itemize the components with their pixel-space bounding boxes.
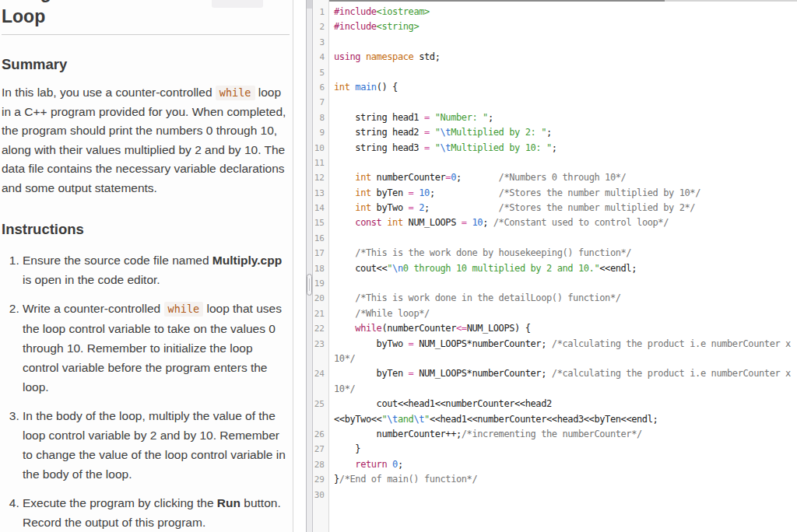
code-text: using namespace std;: [329, 50, 441, 65]
lab-title-line1: Using a While: [2, 0, 119, 2]
code-line: 29}/*End of main() function*/: [313, 472, 797, 487]
code-line: 4using namespace std;: [313, 50, 797, 65]
code-text: /*This is the work done by housekeeping(…: [329, 246, 631, 261]
code-text: int byTen = 10; /*Stores the number mult…: [329, 186, 700, 201]
lab-title-header: Using a WhileLoop: [2, 0, 290, 35]
line-number: 25: [313, 397, 329, 411]
lab-title-line2: Loop: [2, 6, 45, 26]
code-text: }: [329, 442, 360, 457]
line-number: 4: [313, 50, 329, 65]
code-text: byTen = NUM_LOOPS*numberCounter; /*calcu…: [329, 366, 791, 381]
line-number: 14: [313, 201, 329, 215]
code-line: 17 /*This is the work done by housekeepi…: [313, 246, 797, 261]
line-number: 5: [313, 65, 329, 80]
code-line: 10*/: [313, 352, 797, 366]
line-number: 17: [313, 246, 329, 261]
code-text: [329, 231, 339, 246]
summary-heading: Summary: [2, 56, 290, 73]
code-text: [329, 95, 339, 110]
code-line: 13 int byTen = 10; /*Stores the number m…: [313, 186, 797, 201]
line-number: 13: [313, 186, 329, 201]
code-line: 23 byTwo = NUM_LOOPS*numberCounter; /*ca…: [313, 337, 797, 352]
line-number: 18: [313, 261, 329, 276]
line-number: 21: [313, 306, 329, 321]
line-number: 8: [313, 110, 329, 125]
code-text: const int NUM_LOOPS = 10; /*Constant use…: [329, 215, 669, 230]
code-line: 5: [313, 65, 797, 80]
code-line: 2#include<string>: [313, 19, 797, 34]
code-text: int main() {: [329, 80, 398, 95]
code-text: string head1 = "Number: ";: [329, 110, 493, 125]
line-number: 23: [313, 337, 329, 352]
panel-splitter[interactable]: [306, 0, 313, 532]
line-number: 11: [313, 156, 329, 170]
bold-text: Run: [217, 496, 241, 509]
panel-gap: [293, 0, 306, 532]
code-line: 10*/: [313, 382, 797, 397]
code-text: return 0;: [329, 457, 403, 472]
line-number: 26: [313, 427, 329, 442]
code-line: 15 const int NUM_LOOPS = 10; /*Constant …: [313, 215, 797, 230]
line-number: 1: [313, 5, 329, 19]
code-line: 30: [313, 488, 797, 502]
code-text: string head3 = "\tMultiplied by 10: ";: [329, 141, 557, 156]
line-number: 9: [313, 125, 329, 140]
code-text: <<byTwo<<"\tand\t"<<head1<<numberCounter…: [329, 412, 658, 427]
code-text: int numberCounter=0; /*Numbers 0 through…: [329, 170, 626, 185]
instruction-item: Execute the program by clicking the Run …: [23, 493, 290, 532]
code-text: 10*/: [329, 382, 355, 397]
code-line: 20 /*This is work done in the detailLoop…: [313, 291, 797, 306]
inline-code: while: [164, 302, 204, 317]
line-number: 12: [313, 170, 329, 185]
code-text: #include<iostream>: [329, 5, 430, 19]
line-number: 30: [313, 488, 329, 502]
line-number: 10: [313, 141, 329, 156]
line-number: 15: [313, 215, 329, 230]
code-text: numberCounter++;/*incrementing the numbe…: [329, 427, 642, 442]
splitter-top-cap: [307, 0, 312, 9]
line-number: 22: [313, 321, 329, 336]
line-number: 3: [313, 35, 329, 50]
code-line: 26 numberCounter++;/*incrementing the nu…: [313, 427, 797, 442]
code-line: 24 byTen = NUM_LOOPS*numberCounter; /*ca…: [313, 366, 797, 381]
code-lines: 1#include<iostream>2#include<string>3 4u…: [313, 5, 797, 502]
bold-text: Multiply.cpp: [212, 254, 282, 267]
code-line: 1#include<iostream>: [313, 5, 797, 19]
code-editor[interactable]: 1#include<iostream>2#include<string>3 4u…: [313, 0, 797, 532]
code-text: /*This is work done in the detailLoop() …: [329, 291, 621, 306]
code-line: 19: [313, 276, 797, 291]
code-line: <<byTwo<<"\tand\t"<<head1<<numberCounter…: [313, 412, 797, 427]
line-number: 7: [313, 95, 329, 110]
code-text: }/*End of main() function*/: [329, 472, 477, 487]
line-number: 20: [313, 291, 329, 306]
line-number: 6: [313, 80, 329, 95]
code-line: 16: [313, 231, 797, 246]
code-text: cout<<"\n0 through 10 multiplied by 2 an…: [329, 261, 637, 276]
code-line: 6int main() {: [313, 80, 797, 95]
line-number: 29: [313, 472, 329, 487]
code-text: while(numberCounter<=NUM_LOOPS) {: [329, 321, 531, 336]
code-text: [329, 276, 339, 291]
code-line: 7: [313, 95, 797, 110]
code-text: [329, 35, 339, 50]
cutoff-button[interactable]: [212, 0, 263, 8]
line-number: 19: [313, 276, 329, 291]
code-line: 28 return 0;: [313, 457, 797, 472]
line-number: 27: [313, 442, 329, 457]
tabbar-cutoff-dark: [313, 0, 665, 2]
code-text: int byTwo = 2; /*Stores the number multi…: [329, 201, 695, 215]
code-text: [329, 156, 339, 170]
code-text: 10*/: [329, 352, 355, 366]
code-line: 11: [313, 156, 797, 170]
code-line: 27 }: [313, 442, 797, 457]
code-text: /*While loop*/: [329, 306, 430, 321]
scrollbar-thumb[interactable]: [307, 274, 312, 296]
instruction-item: Write a counter-controlled while loop th…: [23, 299, 290, 397]
code-line: 22 while(numberCounter<=NUM_LOOPS) {: [313, 321, 797, 336]
code-line: 10 string head3 = "\tMultiplied by 10: "…: [313, 141, 797, 156]
instructions-heading: Instructions: [2, 221, 290, 238]
code-line: 12 int numberCounter=0; /*Numbers 0 thro…: [313, 170, 797, 185]
instructions-list: Ensure the source code file named Multip…: [2, 250, 290, 532]
inline-code: while: [216, 86, 255, 100]
line-number: 28: [313, 457, 329, 472]
